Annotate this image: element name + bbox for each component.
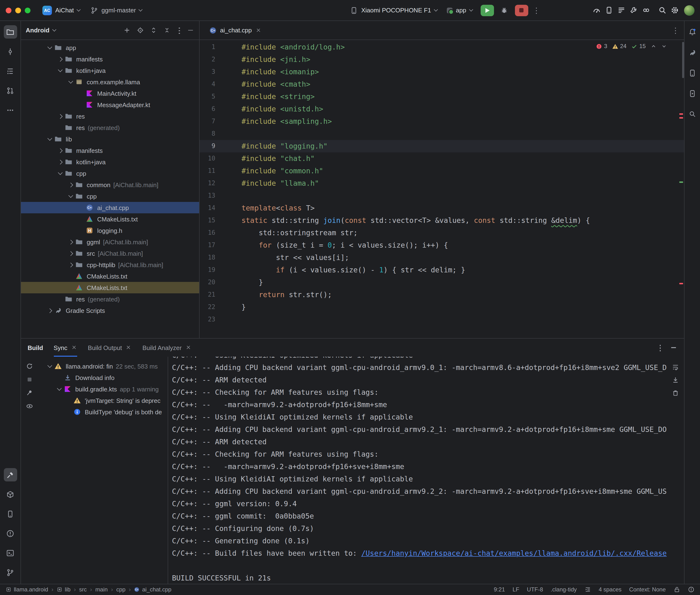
gradle-icon[interactable] — [685, 46, 699, 59]
clear-console-icon[interactable] — [670, 387, 681, 399]
code-line[interactable]: 7#include <sampling.h> — [200, 115, 684, 128]
chevron-down-icon[interactable] — [67, 191, 75, 202]
profiler-icon[interactable] — [590, 4, 603, 17]
line-number[interactable]: 10 — [200, 152, 215, 165]
logcat-icon[interactable] — [615, 4, 627, 17]
project-tree-item[interactable]: Hlogging.h — [21, 225, 199, 236]
version-control-tool-icon[interactable] — [4, 566, 17, 579]
project-tree-item[interactable]: CMakeLists.txt — [21, 213, 199, 225]
indent-icon[interactable] — [585, 587, 591, 593]
line-number[interactable]: 8 — [200, 128, 215, 140]
commit-tool-icon[interactable] — [4, 45, 17, 58]
error-indicator-icon[interactable] — [688, 587, 694, 593]
emulator-icon[interactable] — [640, 4, 652, 17]
locate-file-icon[interactable] — [135, 26, 145, 35]
project-tree-item[interactable]: manifests — [21, 53, 199, 65]
add-icon[interactable] — [122, 26, 132, 35]
code-line[interactable]: 6#include <unistd.h> — [200, 103, 684, 115]
warnings-badge[interactable]: 24 — [612, 43, 627, 50]
sdk-manager-icon[interactable] — [627, 4, 640, 17]
chevron-right-icon[interactable] — [67, 248, 75, 259]
chevron-down-icon[interactable] — [67, 76, 75, 88]
code-line[interactable]: 18 str << values[i]; — [200, 251, 684, 264]
error-stripe-mark[interactable] — [679, 113, 683, 115]
device-explorer-tool-icon[interactable] — [4, 507, 17, 520]
line-separator[interactable]: LF — [512, 587, 519, 593]
project-tree-item[interactable]: com.example.llama — [21, 76, 199, 88]
line-number[interactable]: 18 — [200, 251, 215, 264]
stop-button[interactable] — [515, 4, 528, 16]
code-line[interactable]: 22} — [200, 301, 684, 313]
project-tree-item[interactable]: res — [21, 111, 199, 122]
prev-problem-icon[interactable] — [650, 43, 656, 49]
line-number[interactable]: 15 — [200, 214, 215, 227]
project-tree-item[interactable]: manifests — [21, 145, 199, 156]
error-stripe-mark[interactable] — [679, 283, 683, 284]
code-line[interactable]: 3#include <iomanip> — [200, 66, 684, 78]
code-line[interactable]: 14template<class T> — [200, 202, 684, 214]
panel-options-icon[interactable] — [175, 26, 183, 34]
project-tree-item[interactable]: ggml[AiChat.lib.main] — [21, 236, 199, 248]
more-actions-icon[interactable] — [532, 6, 540, 15]
terminal-tool-icon[interactable] — [4, 546, 17, 560]
code-line[interactable]: 13 — [200, 190, 684, 202]
chevron-right-icon[interactable] — [67, 259, 75, 271]
build-tab-build-analyzer[interactable]: Build Analyzer — [142, 339, 192, 357]
close-icon[interactable] — [255, 27, 262, 34]
project-tree-item[interactable]: Gradle Scripts — [21, 305, 199, 316]
project-tool-icon[interactable] — [4, 25, 17, 38]
code-line[interactable]: 5#include <string> — [200, 90, 684, 103]
chevron-right-icon[interactable] — [67, 179, 75, 191]
structure-tool-icon[interactable] — [4, 64, 17, 78]
project-tree-item[interactable]: cpp — [21, 191, 199, 202]
soft-wrap-icon[interactable] — [670, 362, 681, 373]
pin-icon[interactable] — [24, 387, 35, 399]
project-view-selector[interactable]: Android — [26, 27, 50, 34]
notifications-icon[interactable] — [685, 25, 699, 38]
project-tree-item[interactable]: res(generated) — [21, 293, 199, 305]
project-tree-item[interactable]: C+ai_chat.cpp — [21, 202, 199, 213]
hide-build-panel-icon[interactable] — [670, 344, 677, 351]
code-line[interactable]: 23 — [200, 313, 684, 326]
stop-sync-icon[interactable] — [24, 374, 35, 385]
more-tool-windows-icon[interactable] — [4, 103, 17, 117]
pull-requests-tool-icon[interactable] — [4, 84, 17, 97]
tab-options-icon[interactable] — [671, 26, 679, 34]
sync-tree-item[interactable]: Download info — [38, 372, 168, 383]
line-number[interactable]: 4 — [200, 78, 215, 90]
device-selector[interactable]: Xiaomi POCOPHONE F1 — [347, 5, 441, 16]
code-line[interactable]: 2#include <jni.h> — [200, 53, 684, 66]
line-number[interactable]: 6 — [200, 103, 215, 115]
run-config-selector[interactable]: app — [444, 5, 476, 15]
running-devices-icon[interactable] — [685, 87, 699, 100]
project-tree-item[interactable]: src[AiChat.lib.main] — [21, 248, 199, 259]
line-number[interactable]: 1 — [200, 41, 215, 53]
close-icon[interactable] — [185, 344, 192, 351]
line-number[interactable]: 23 — [200, 313, 215, 326]
hide-panel-icon[interactable] — [187, 26, 194, 34]
code-line[interactable]: 12#include "llama.h" — [200, 177, 684, 190]
code-line[interactable]: 11#include "common.h" — [200, 165, 684, 177]
build-tool-icon[interactable] — [4, 468, 17, 481]
sync-tree-item[interactable]: BuildType 'debug' is both de — [38, 406, 168, 418]
line-number[interactable]: 20 — [200, 276, 215, 289]
line-number[interactable]: 9 — [200, 140, 215, 152]
build-output-console[interactable]: C/C++: -- Using KleidiAI optimized kerne… — [168, 357, 684, 584]
breadcrumb-item[interactable]: cpp — [116, 587, 125, 593]
minimize-window-button[interactable] — [15, 7, 21, 13]
chevron-down-icon[interactable] — [56, 65, 65, 76]
project-tree-item[interactable]: MainActivity.kt — [21, 88, 199, 99]
app-inspection-icon[interactable] — [685, 107, 699, 120]
build-output-path-link[interactable]: /Users/hanyin/Workspace/ai-chat/examples… — [361, 549, 667, 558]
project-tree-item[interactable]: cpp-httplib[AiChat.lib.main] — [21, 259, 199, 271]
project-tree-item[interactable]: common[AiChat.lib.main] — [21, 179, 199, 191]
search-everywhere-icon[interactable] — [656, 4, 669, 17]
close-window-button[interactable] — [6, 7, 11, 13]
chevron-down-icon[interactable] — [56, 168, 65, 179]
editor-tab-ai-chat-cpp[interactable]: C+ ai_chat.cpp — [203, 21, 268, 39]
code-style-config[interactable]: .clang-tidy — [551, 587, 577, 593]
problems-tool-icon[interactable] — [4, 527, 17, 540]
code-line[interactable]: 20 } — [200, 276, 684, 289]
chevron-down-icon[interactable] — [46, 361, 54, 372]
chevron-right-icon[interactable] — [46, 305, 54, 316]
